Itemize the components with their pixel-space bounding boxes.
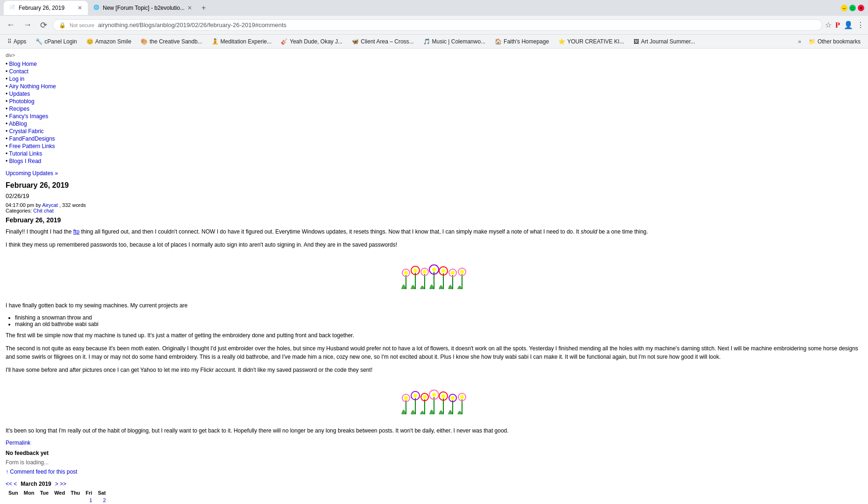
svg-point-2 bbox=[404, 271, 408, 275]
nav-link-contact[interactable]: Contact bbox=[9, 68, 28, 75]
bookmark-apps[interactable]: ⠿ Apps bbox=[4, 37, 30, 46]
bookmark-faith[interactable]: 🏠 Faith's Homepage bbox=[491, 37, 553, 46]
calendar-next-link[interactable]: > >> bbox=[55, 481, 66, 487]
nav-link-recipes[interactable]: Recipes bbox=[9, 106, 29, 112]
nav-link-abblog[interactable]: AbBlog bbox=[9, 121, 27, 127]
bookmark-yeah-dude[interactable]: 🎸 Yeah Dude, Okay J... bbox=[277, 37, 346, 46]
nav-link-fancys[interactable]: Fancy's Images bbox=[9, 113, 49, 120]
bookmark-client-area[interactable]: 🦋 Client Area – Cross... bbox=[348, 37, 417, 46]
nav-link-photoblog[interactable]: Photoblog bbox=[9, 98, 35, 105]
post-paragraph-first: The first will be simple now that my mac… bbox=[6, 331, 862, 340]
bookmark-art-journal-label: Art Journal Summer... bbox=[641, 38, 695, 45]
bookmark-star-button[interactable]: ☆ bbox=[825, 21, 832, 29]
nav-link-airy-home[interactable]: Airy Nothing Home bbox=[9, 83, 56, 90]
post-paragraph-sewing: I have finally gotten back to my sewing … bbox=[6, 301, 862, 310]
bookmark-other[interactable]: 📁 Other bookmarks bbox=[805, 37, 864, 46]
svg-point-35 bbox=[441, 394, 445, 398]
account-button[interactable]: 👤 bbox=[844, 21, 853, 29]
nav-link-tutorial[interactable]: Tutorial Links bbox=[9, 150, 42, 157]
your-creative-icon: ⭐ bbox=[558, 38, 565, 45]
cal-header-tue: Tue bbox=[37, 489, 51, 497]
svg-point-8 bbox=[423, 270, 427, 274]
div-marker: div> bbox=[6, 52, 862, 58]
nav-link-login[interactable]: Log in bbox=[9, 76, 25, 82]
bookmarks-bar: ⠿ Apps 🔧 cPanel Login 😊 Amazon Smile 🎨 t… bbox=[0, 35, 868, 49]
nav-item-crystal: Crystal Fabric bbox=[6, 128, 862, 135]
calendar-title: March 2019 bbox=[21, 481, 51, 487]
nav-link-free-pattern[interactable]: Free Pattern Links bbox=[9, 143, 55, 149]
url-text: airynothing.net/Blogs/anblog/2019/02/26/… bbox=[98, 21, 286, 28]
nav-link-updates[interactable]: Updates bbox=[9, 91, 30, 97]
bookmark-your-creative[interactable]: ⭐ YOUR CREATIVE KI... bbox=[555, 37, 628, 46]
bookmark-music-label: Music | Colemanwo... bbox=[432, 38, 486, 45]
menu-button[interactable]: ⋮ bbox=[857, 21, 864, 29]
tab-close-2[interactable]: ✕ bbox=[187, 5, 192, 11]
other-bookmarks-icon: 📁 bbox=[809, 38, 816, 45]
calendar-day-link[interactable]: 1 bbox=[89, 497, 92, 503]
forward-button[interactable]: → bbox=[21, 19, 35, 31]
tab-favicon-1: 📄 bbox=[9, 5, 16, 11]
bookmark-music[interactable]: 🎵 Music | Colemanwo... bbox=[420, 37, 490, 46]
post-date-sub: 02/26/19 bbox=[6, 192, 862, 199]
upcoming-updates-link[interactable]: Upcoming Updates » bbox=[6, 170, 862, 177]
bookmark-amazon[interactable]: 😊 Amazon Smile bbox=[83, 37, 135, 46]
calendar-cell[interactable]: 2 bbox=[95, 497, 108, 504]
svg-point-17 bbox=[451, 271, 455, 275]
new-tab-button[interactable]: + bbox=[198, 4, 209, 12]
calendar-prev-link[interactable]: << < bbox=[6, 481, 17, 487]
address-text: Not secure airynothing.net/Blogs/anblog/… bbox=[70, 21, 816, 28]
nav-link-blog-home[interactable]: Blog Home bbox=[9, 61, 37, 67]
nav-link-blogs-read[interactable]: Blogs I Read bbox=[9, 158, 42, 164]
tab-inactive[interactable]: 🌐 New [Forum Topic] - b2evolutio... ✕ bbox=[88, 1, 198, 15]
svg-point-26 bbox=[413, 394, 417, 398]
post-author-link[interactable]: Airycat bbox=[42, 202, 58, 208]
post-date-heading: February 26, 2019 bbox=[6, 181, 862, 190]
bookmark-art-journal[interactable]: 🖼 Art Journal Summer... bbox=[630, 37, 699, 46]
post-by: by bbox=[36, 202, 42, 208]
cal-header-thu: Thu bbox=[68, 489, 83, 497]
nav-link-crystal[interactable]: Crystal Fabric bbox=[9, 128, 44, 135]
calendar-cell bbox=[21, 497, 37, 504]
calendar-cell[interactable]: 1 bbox=[83, 497, 95, 504]
maximize-button[interactable]: □ bbox=[849, 5, 856, 11]
tab-title-1: February 26, 2019 bbox=[19, 5, 75, 11]
nav-item-photoblog: Photoblog bbox=[6, 98, 862, 105]
bookmark-creative-label: the Creative Sandb... bbox=[149, 38, 202, 45]
minimize-button[interactable]: – bbox=[841, 5, 847, 11]
back-button[interactable]: ← bbox=[4, 19, 18, 31]
address-bar[interactable]: 🔒 Not secure airynothing.net/Blogs/anblo… bbox=[53, 19, 822, 31]
sewing-list-item-2: making an old bathrobe wabi sabi bbox=[15, 321, 862, 327]
cal-header-sat: Sat bbox=[95, 489, 108, 497]
bookmark-other-label: Other bookmarks bbox=[818, 38, 861, 45]
title-bar: 📄 February 26, 2019 ✕ 🌐 New [Forum Topic… bbox=[0, 0, 868, 16]
nav-item-fancys: Fancy's Images bbox=[6, 113, 862, 120]
permalink-link[interactable]: Permalink bbox=[6, 440, 30, 446]
bookmark-meditation[interactable]: 🧘 Meditation Experie... bbox=[208, 37, 275, 46]
tab-close-1[interactable]: ✕ bbox=[78, 5, 82, 11]
tab-title-2: New [Forum Topic] - b2evolutio... bbox=[103, 5, 185, 11]
pinterest-button[interactable]: 𝐏 bbox=[835, 21, 840, 29]
calendar-section: << < March 2019 > >> Sun Mon Tue Wed Thu… bbox=[6, 481, 862, 504]
tab-bar: 📄 February 26, 2019 ✕ 🌐 New [Forum Topic… bbox=[4, 1, 210, 15]
bookmark-creative[interactable]: 🎨 the Creative Sandb... bbox=[137, 37, 206, 46]
bookmarks-overflow[interactable]: » bbox=[796, 38, 803, 45]
post-category-link[interactable]: Chit chat bbox=[33, 208, 53, 213]
post-words: , 332 words bbox=[59, 202, 86, 208]
bookmark-faith-label: Faith's Homepage bbox=[504, 38, 549, 45]
bookmark-cpanel[interactable]: 🔧 cPanel Login bbox=[32, 37, 80, 46]
cal-header-sun: Sun bbox=[6, 489, 21, 497]
comment-feed-link[interactable]: ↑ Comment feed for this post bbox=[6, 469, 862, 475]
post-paragraph-pictures: I'll have some before and after pictures… bbox=[6, 366, 862, 374]
nav-item-free-pattern: Free Pattern Links bbox=[6, 143, 862, 149]
calendar-day-link[interactable]: 2 bbox=[103, 497, 106, 503]
post-paragraph-second: The second is not quite as easy because … bbox=[6, 344, 862, 361]
ftp-link[interactable]: ftp bbox=[73, 228, 79, 235]
reload-button[interactable]: ⟳ bbox=[37, 19, 50, 31]
close-button[interactable]: ✕ bbox=[858, 5, 864, 11]
tab-active[interactable]: 📄 February 26, 2019 ✕ bbox=[4, 1, 88, 15]
svg-point-38 bbox=[451, 396, 455, 400]
nav-link-fandf[interactable]: FandFandDesigns bbox=[9, 135, 55, 142]
browser-frame: 📄 February 26, 2019 ✕ 🌐 New [Forum Topic… bbox=[0, 0, 868, 504]
form-loading-text: Form is loading... bbox=[6, 459, 862, 466]
svg-point-5 bbox=[413, 269, 417, 272]
